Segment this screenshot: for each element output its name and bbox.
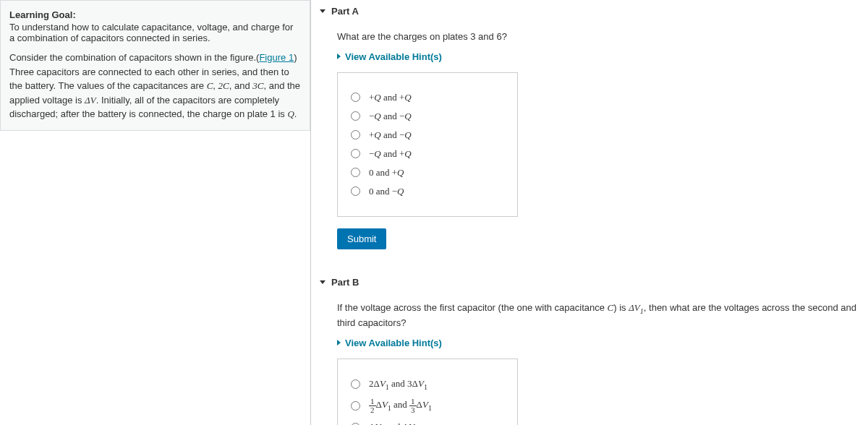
caret-down-icon (320, 9, 326, 13)
part-b-question: If the voltage across the first capacito… (337, 301, 859, 330)
part-a-option[interactable]: −Q and +Q (351, 148, 504, 160)
cap-2c: 2C (218, 80, 229, 91)
part-a-header[interactable]: Part A (320, 0, 859, 22)
hints-text: View Available Hint(s) (345, 338, 442, 348)
hints-text: View Available Hint(s) (345, 51, 442, 62)
part-b-hints-link[interactable]: View Available Hint(s) (337, 338, 859, 348)
submit-button[interactable]: Submit (337, 228, 386, 249)
part-a-option[interactable]: +Q and +Q (351, 92, 504, 103)
option-label: +Q and +Q (369, 92, 412, 103)
part-a-body: What are the charges on plates 3 and 6? … (320, 22, 859, 257)
option-label: −Q and −Q (369, 111, 412, 122)
radio-input[interactable] (351, 93, 360, 102)
learning-goal-text: To understand how to calculate capacitan… (9, 22, 301, 43)
part-b-header[interactable]: Part B (320, 271, 859, 293)
caret-right-icon (337, 53, 341, 59)
radio-input[interactable] (351, 168, 360, 177)
part-b-title: Part B (331, 277, 359, 288)
option-label: 0 and −Q (369, 186, 404, 197)
part-a-option[interactable]: 0 and −Q (351, 186, 504, 197)
option-label: −Q and +Q (369, 148, 412, 160)
part-b-option[interactable]: 2ΔV1 and 3ΔV1 (351, 378, 504, 391)
part-a-question: What are the charges on plates 3 and 6? (337, 30, 859, 44)
right-panel: Part A What are the charges on plates 3 … (311, 0, 868, 425)
learning-goal-box: Learning Goal: To understand how to calc… (0, 0, 310, 131)
part-b-body: If the voltage across the first capacito… (320, 293, 859, 426)
part-a-option[interactable]: 0 and +Q (351, 167, 504, 179)
delta-v1: ΔV1 (629, 302, 644, 313)
q-text: ) is (613, 302, 629, 313)
part-a-answer-box: +Q and +Q −Q and −Q +Q and −Q −Q and +Q … (337, 72, 518, 217)
q-text: If the voltage across the first capacito… (337, 302, 608, 313)
option-label: ΔV1 and ΔV1 (369, 421, 418, 425)
cap-3c: 3C (252, 80, 263, 91)
caret-down-icon (320, 280, 326, 284)
desc-text: . (294, 108, 297, 119)
radio-input[interactable] (351, 149, 360, 158)
part-b-answer-box: 2ΔV1 and 3ΔV1 12ΔV1 and 13ΔV1 ΔV1 and ΔV… (337, 359, 518, 425)
learning-goal-title: Learning Goal: (9, 9, 301, 20)
part-b-option[interactable]: 12ΔV1 and 13ΔV1 (351, 398, 504, 414)
figure-link[interactable]: Figure 1 (259, 52, 294, 63)
charge-q: Q (287, 108, 294, 119)
part-a-hints-link[interactable]: View Available Hint(s) (337, 51, 859, 62)
option-label: 12ΔV1 and 13ΔV1 (369, 398, 432, 414)
part-a-option[interactable]: +Q and −Q (351, 129, 504, 141)
radio-input[interactable] (351, 111, 360, 121)
learning-description: Consider the combination of capacitors s… (9, 51, 301, 121)
radio-input[interactable] (351, 401, 360, 411)
option-label: 2ΔV1 and 3ΔV1 (369, 378, 427, 391)
option-label: 0 and +Q (369, 167, 404, 179)
part-a-option[interactable]: −Q and −Q (351, 111, 504, 122)
left-panel: Learning Goal: To understand how to calc… (0, 0, 311, 425)
caret-right-icon (337, 340, 341, 345)
radio-input[interactable] (351, 186, 360, 196)
option-label: +Q and −Q (369, 129, 412, 141)
radio-input[interactable] (351, 130, 360, 139)
desc-text: Consider the combination of capacitors s… (9, 52, 259, 63)
part-b-option[interactable]: ΔV1 and ΔV1 (351, 421, 504, 425)
delta-v: ΔV (85, 95, 96, 106)
cap-c: C (608, 302, 614, 313)
capacitance-values: C (207, 80, 213, 91)
radio-input[interactable] (351, 379, 360, 389)
part-a-title: Part A (331, 6, 359, 17)
